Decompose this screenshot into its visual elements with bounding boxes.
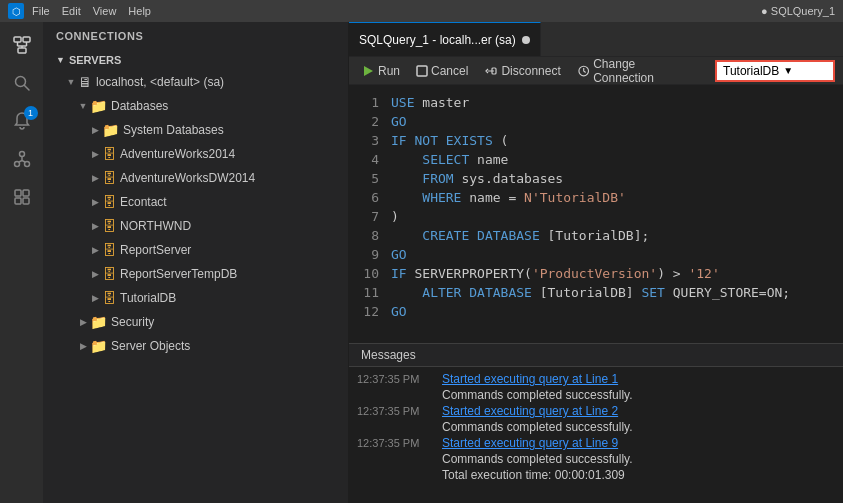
menu-edit[interactable]: Edit: [62, 5, 81, 17]
tree-item-reportservertempdb[interactable]: ▶ 🗄 ReportServerTempDB: [44, 262, 348, 286]
disconnect-label: Disconnect: [501, 64, 560, 78]
servers-label: SERVERS: [69, 54, 121, 66]
code-line-5: FROM sys.databases: [391, 169, 843, 188]
message-link-5[interactable]: Started executing query at Line 9: [442, 436, 618, 450]
message-text-6: Commands completed successfully.: [442, 452, 633, 466]
security-arrow: ▶: [76, 317, 90, 327]
code-content[interactable]: USE master GO IF NOT EXISTS ( SELECT nam…: [387, 85, 843, 343]
code-line-2: GO: [391, 112, 843, 131]
db-selector[interactable]: TutorialDB ▼: [715, 60, 835, 82]
message-row-6: Commands completed successfully.: [349, 451, 843, 467]
tab-bar: SQLQuery_1 - localh...er (sa): [349, 22, 843, 57]
svg-marker-16: [364, 66, 373, 76]
message-time-6: [357, 452, 442, 453]
server-objects-arrow: ▶: [76, 341, 90, 351]
localhost-arrow: ▼: [64, 77, 78, 87]
econtact-arrow: ▶: [88, 197, 102, 207]
activity-notifications[interactable]: 1: [2, 102, 42, 140]
code-line-10: IF SERVERPROPERTY('ProductVersion') > '1…: [391, 264, 843, 283]
tree-item-northwnd[interactable]: ▶ 🗄 NORTHWND: [44, 214, 348, 238]
db-selector-arrow: ▼: [783, 65, 793, 76]
activity-connections[interactable]: [2, 26, 42, 64]
messages-panel: Messages 12:37:35 PM Started executing q…: [349, 343, 843, 503]
message-time-3: 12:37:35 PM: [357, 404, 442, 417]
tutorialdb-db-icon: 🗄: [102, 290, 116, 306]
tree-item-adventureworksdw2014[interactable]: ▶ 🗄 AdventureWorksDW2014: [44, 166, 348, 190]
message-row-3: 12:37:35 PM Started executing query at L…: [349, 403, 843, 419]
databases-label: Databases: [111, 99, 168, 113]
tutorialdb-label: TutorialDB: [120, 291, 176, 305]
svg-point-10: [14, 162, 19, 167]
northwnd-db-icon: 🗄: [102, 218, 116, 234]
reportserver-db-icon: 🗄: [102, 242, 116, 258]
message-link-3[interactable]: Started executing query at Line 2: [442, 404, 618, 418]
tree-item-tutorialdb[interactable]: ▶ 🗄 TutorialDB: [44, 286, 348, 310]
app-logo: ⬡: [8, 3, 24, 19]
menu-view[interactable]: View: [93, 5, 117, 17]
tree-item-adventureworks2014[interactable]: ▶ 🗄 AdventureWorks2014: [44, 142, 348, 166]
tree-item-reportserver[interactable]: ▶ 🗄 ReportServer: [44, 238, 348, 262]
tree-item-system-databases[interactable]: ▶ 📁 System Databases: [44, 118, 348, 142]
tree-item-server-objects[interactable]: ▶ 📁 Server Objects: [44, 334, 348, 358]
server-icon: 🖥: [78, 74, 92, 90]
tab-modified-dot: [522, 36, 530, 44]
svg-rect-13: [23, 190, 29, 196]
server-objects-icon: 📁: [90, 338, 107, 354]
tree-item-localhost[interactable]: ▼ 🖥 localhost, <default> (sa): [44, 70, 348, 94]
awdw2014-label: AdventureWorksDW2014: [120, 171, 255, 185]
cancel-button[interactable]: Cancel: [412, 62, 472, 80]
menu-file[interactable]: File: [32, 5, 50, 17]
server-objects-label: Server Objects: [111, 339, 190, 353]
svg-rect-14: [15, 198, 21, 204]
disconnect-button[interactable]: Disconnect: [480, 62, 564, 80]
svg-rect-12: [15, 190, 21, 196]
tab-sqlquery1[interactable]: SQLQuery_1 - localh...er (sa): [349, 22, 541, 56]
code-line-9: GO: [391, 245, 843, 264]
svg-point-9: [19, 152, 24, 157]
code-line-3: IF NOT EXISTS (: [391, 131, 843, 150]
tree-item-econtact[interactable]: ▶ 🗄 Econtact: [44, 190, 348, 214]
svg-point-11: [24, 162, 29, 167]
servers-arrow: ▼: [56, 55, 65, 65]
northwnd-label: NORTHWND: [120, 219, 191, 233]
message-text-4: Commands completed successfully.: [442, 420, 633, 434]
menu-help[interactable]: Help: [128, 5, 151, 17]
svg-rect-17: [417, 66, 427, 76]
title-bar: ⬡ File Edit View Help ● SQLQuery_1: [0, 0, 843, 22]
messages-content: 12:37:35 PM Started executing query at L…: [349, 367, 843, 503]
localhost-label: localhost, <default> (sa): [96, 75, 224, 89]
change-connection-label: Change Connection: [593, 57, 695, 85]
activity-search[interactable]: [2, 64, 42, 102]
message-time-1: 12:37:35 PM: [357, 372, 442, 385]
system-db-arrow: ▶: [88, 125, 102, 135]
code-editor[interactable]: 12345 678910 1112 USE master GO IF NOT E…: [349, 85, 843, 343]
svg-line-8: [24, 86, 29, 91]
tree-item-security[interactable]: ▶ 📁 Security: [44, 310, 348, 334]
message-row-7: Total execution time: 00:00:01.309: [349, 467, 843, 483]
line-numbers: 12345 678910 1112: [349, 85, 387, 343]
svg-rect-2: [18, 48, 26, 53]
message-time-7: [357, 468, 442, 469]
activity-git[interactable]: [2, 140, 42, 178]
activity-bar: 1: [0, 22, 44, 503]
awdw2014-db-icon: 🗄: [102, 170, 116, 186]
change-connection-button[interactable]: Change Connection: [573, 55, 699, 87]
activity-extensions[interactable]: [2, 178, 42, 216]
tab-label: SQLQuery_1 - localh...er (sa): [359, 33, 516, 47]
tree-item-databases[interactable]: ▼ 📁 Databases: [44, 94, 348, 118]
menu-bar[interactable]: File Edit View Help: [32, 5, 151, 17]
run-label: Run: [378, 64, 400, 78]
econtact-label: Econtact: [120, 195, 167, 209]
run-button[interactable]: Run: [357, 62, 404, 80]
cancel-label: Cancel: [431, 64, 468, 78]
security-label: Security: [111, 315, 154, 329]
code-line-4: SELECT name: [391, 150, 843, 169]
message-link-1[interactable]: Started executing query at Line 1: [442, 372, 618, 386]
messages-header: Messages: [349, 344, 843, 367]
code-line-8: CREATE DATABASE [TutorialDB];: [391, 226, 843, 245]
message-row-4: Commands completed successfully.: [349, 419, 843, 435]
message-row-2: Commands completed successfully.: [349, 387, 843, 403]
svg-rect-0: [14, 37, 21, 42]
servers-section[interactable]: ▼ SERVERS: [44, 50, 348, 70]
system-db-icon: 📁: [102, 122, 119, 138]
